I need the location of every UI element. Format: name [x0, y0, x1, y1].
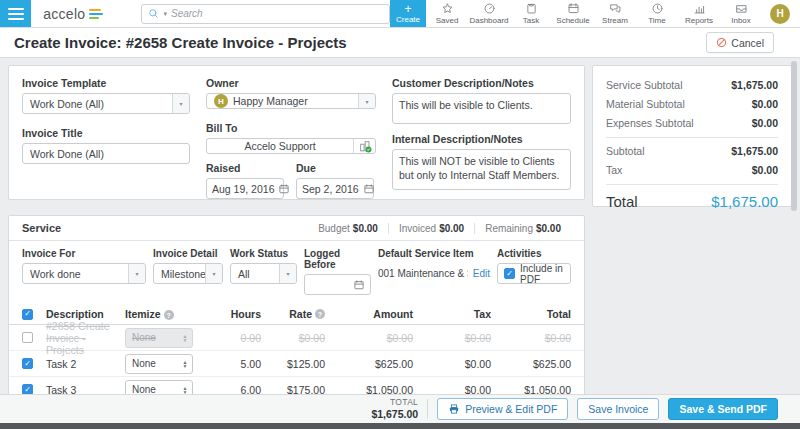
activities-label: Activities [497, 248, 571, 259]
divider [427, 399, 428, 419]
nav-schedule-button[interactable]: Schedule [552, 0, 594, 27]
subtotal-row: Subtotal $1,675.00 [606, 142, 778, 161]
vertical-scrollbar[interactable] [791, 59, 797, 393]
internal-notes-label: Internal Description/Notes [392, 133, 571, 145]
invoice-form-card: Invoice Template Work Done (All) ▾ Invoi… [8, 65, 585, 200]
work-status-select[interactable]: All ▾ [230, 263, 297, 284]
clipboard-icon [525, 2, 538, 15]
search-icon [148, 8, 159, 19]
calendar-icon [278, 183, 290, 195]
row-rate: $0.00 [261, 332, 325, 344]
row-tax: $0.00 [413, 358, 491, 370]
select-all-checkbox[interactable]: ✓ [22, 309, 33, 320]
cancel-button[interactable]: Cancel [706, 32, 774, 53]
nav-create-button[interactable]: + Create [390, 0, 426, 27]
star-icon [441, 2, 454, 15]
top-navbar: accelo ▾ + Create Saved Dashboard Tas [0, 0, 800, 28]
divider [606, 184, 778, 185]
invoice-detail-label: Invoice Detail [153, 248, 223, 259]
chevron-down-icon: ▾ [205, 264, 222, 283]
raised-date-input[interactable]: Aug 19, 2016 [206, 178, 284, 199]
clock-icon [651, 2, 664, 15]
search-scope-caret-icon[interactable]: ▾ [163, 10, 167, 18]
bill-to-input[interactable] [207, 140, 353, 152]
hours-header: Hours [213, 308, 261, 320]
itemize-select[interactable]: None ▲▼ [125, 328, 193, 348]
row-total: $625.00 [491, 358, 571, 370]
due-date-input[interactable]: Sep 2, 2016 [296, 178, 374, 199]
rate-header: Rate? [261, 308, 325, 320]
logged-before-date-input[interactable] [304, 274, 371, 295]
itemize-header: Itemize? [125, 308, 213, 321]
chevron-down-icon: ▾ [172, 94, 189, 113]
gauge-icon [483, 2, 496, 15]
owner-select[interactable]: H Happy Manager ▾ [206, 93, 376, 109]
nav-task-button[interactable]: Task [510, 0, 552, 27]
customer-notes-textarea[interactable]: This will be visible to Clients. [392, 93, 571, 124]
totals-summary-card: Service Subtotal $1,675.00 Material Subt… [592, 65, 792, 207]
help-icon[interactable]: ? [164, 310, 174, 320]
company-lookup-button[interactable] [353, 139, 375, 153]
bottom-window-edge [0, 423, 800, 429]
help-icon[interactable]: ? [315, 309, 325, 319]
chevron-down-icon: ▾ [128, 264, 145, 283]
nav-saved-button[interactable]: Saved [426, 0, 468, 27]
bar-chart-icon [693, 2, 706, 15]
global-search[interactable]: ▾ [141, 4, 390, 24]
total-header: Total [491, 308, 571, 320]
service-filters: Invoice For Work done ▾ Invoice Detail M… [9, 241, 584, 304]
nav-time-button[interactable]: Time [636, 0, 678, 27]
nav-stream-button[interactable]: Stream [594, 0, 636, 27]
accelo-logo-text: accelo [43, 6, 85, 22]
divider [606, 137, 778, 138]
invoice-template-select[interactable]: Work Done (All) ▾ [22, 93, 190, 114]
row-hours: 0.00 [213, 332, 261, 344]
customer-notes-label: Customer Description/Notes [392, 77, 571, 89]
invoice-for-select[interactable]: Work done ▾ [22, 263, 146, 284]
row-description: #2658 Create Invoice - Projects [46, 320, 125, 356]
user-avatar[interactable]: H [770, 4, 790, 24]
save-invoice-button[interactable]: Save Invoice [577, 398, 659, 420]
default-service-item-edit-link[interactable]: Edit [473, 268, 490, 279]
chevron-down-icon: ▾ [279, 264, 296, 283]
search-input[interactable] [171, 8, 383, 19]
nav-reports-button[interactable]: Reports [678, 0, 720, 27]
row-rate: $125.00 [261, 358, 325, 370]
work-status-label: Work Status [230, 248, 297, 259]
row-checkbox[interactable]: ✓ [22, 358, 33, 369]
itemize-select[interactable]: None ▲▼ [125, 354, 193, 374]
nav-inbox-button[interactable]: Inbox [720, 0, 762, 27]
bill-to-field [206, 138, 376, 154]
total-row: Total $1,675.00 [606, 193, 778, 210]
building-icon [358, 139, 372, 153]
navbar-items: + Create Saved Dashboard Task Schedule [390, 0, 800, 27]
owner-avatar: H [214, 94, 228, 108]
printer-icon [448, 403, 460, 415]
nav-dashboard-button[interactable]: Dashboard [468, 0, 510, 27]
chevron-down-icon: ▾ [358, 94, 375, 108]
accelo-logo-mark-icon [89, 9, 103, 19]
accelo-logo[interactable]: accelo [31, 0, 113, 27]
chat-bubbles-icon [609, 2, 622, 15]
save-send-pdf-button[interactable]: Save & Send PDF [668, 398, 778, 420]
service-header: Service Budget$0.00 Invoiced$0.00 Remain… [9, 216, 584, 241]
row-checkbox[interactable] [22, 332, 33, 343]
raised-label: Raised [206, 162, 284, 174]
preview-edit-pdf-button[interactable]: Preview & Edit PDF [437, 398, 568, 420]
row-description: Task 2 [46, 358, 125, 370]
invoice-detail-select[interactable]: Milestones & ... ▾ [153, 263, 223, 284]
calendar-icon [353, 279, 365, 291]
invoice-title-input[interactable] [22, 143, 190, 164]
scrollbar-thumb[interactable] [791, 61, 797, 211]
hamburger-menu-button[interactable] [0, 0, 31, 27]
invoiced-stat: Invoiced$0.00 [388, 223, 474, 234]
invoice-create-page: accelo ▾ + Create Saved Dashboard Tas [0, 0, 800, 429]
internal-notes-textarea[interactable]: This will NOT be visible to Clients but … [392, 149, 571, 190]
row-tax: $0.00 [413, 332, 491, 344]
default-service-item-value: 001 Maintenance & S... [378, 268, 468, 279]
expenses-subtotal-row: Expenses Subtotal $0.00 [606, 114, 778, 133]
include-in-pdf-checkbox[interactable]: ✓ [504, 268, 515, 279]
row-hours: 5.00 [213, 358, 261, 370]
service-subtotal-row: Service Subtotal $1,675.00 [606, 76, 778, 95]
logged-before-label: Logged Before [304, 248, 371, 270]
